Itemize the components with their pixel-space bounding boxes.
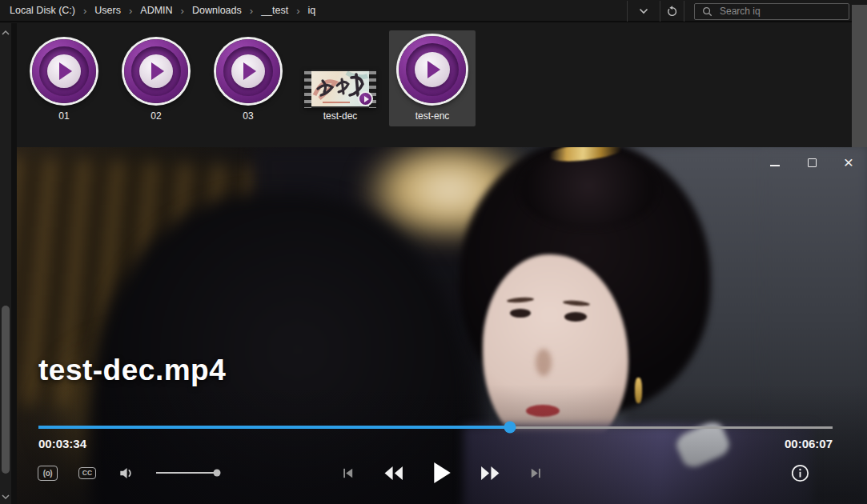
rewind-button[interactable] <box>383 466 403 481</box>
fast-forward-button[interactable] <box>480 466 500 481</box>
play-button[interactable] <box>432 462 452 484</box>
file-area-scrollbar[interactable] <box>852 5 867 148</box>
file-tile-test-enc[interactable]: test-enc <box>389 30 476 126</box>
breadcrumb-item-local-disk[interactable]: Local Disk (C:) <box>4 5 81 16</box>
file-tile-01[interactable]: 01 <box>21 30 107 126</box>
filmstrip-edge <box>304 70 311 108</box>
breadcrumb-separator-icon: › <box>81 5 89 17</box>
play-triangle-icon <box>364 96 369 102</box>
info-button[interactable] <box>790 463 810 483</box>
search-input[interactable]: Search iq <box>694 3 849 20</box>
file-label: 02 <box>151 110 161 122</box>
fullscreen-icon <box>831 466 836 470</box>
screen: Local Disk (C:) › Users › ADMIN › Downlo… <box>0 0 867 504</box>
breadcrumb-item-test[interactable]: __test <box>255 5 294 16</box>
scrollbar-thumb[interactable] <box>2 306 10 474</box>
minimize-button[interactable] <box>768 154 782 170</box>
video-thumbnail-icon <box>304 70 376 108</box>
eye <box>510 309 531 318</box>
elapsed-time: 00:03:34 <box>38 437 86 450</box>
play-badge-icon <box>358 91 373 106</box>
play-icon <box>432 462 452 484</box>
speaker-icon <box>117 464 135 482</box>
skip-previous-icon <box>341 466 355 480</box>
play-triangle-icon <box>151 62 164 80</box>
progress-fill <box>38 426 510 429</box>
close-button[interactable]: × <box>841 154 856 170</box>
explorer-address-bar: Local Disk (C:) › Users › ADMIN › Downlo… <box>0 0 867 22</box>
file-label: 03 <box>243 110 253 122</box>
play-triangle-icon <box>59 62 72 80</box>
search-placeholder: Search iq <box>720 6 761 17</box>
play-triangle-icon <box>243 62 256 80</box>
breadcrumb: Local Disk (C:) › Users › ADMIN › Downlo… <box>0 5 321 17</box>
skip-next-icon <box>529 466 543 480</box>
scroll-down-icon[interactable] <box>1 493 10 501</box>
file-tile-02[interactable]: 02 <box>113 30 199 126</box>
seek-thumb[interactable] <box>504 422 516 434</box>
cast-button[interactable]: (o) <box>38 466 58 481</box>
volume-button[interactable] <box>117 464 135 482</box>
breadcrumb-separator-icon: › <box>294 5 302 17</box>
pane-divider <box>11 23 17 504</box>
woman-hair-bun <box>520 150 657 229</box>
volume-slider[interactable] <box>156 469 220 477</box>
info-icon <box>790 463 810 483</box>
controls-shade <box>17 384 867 504</box>
address-bar-tools: Search iq <box>627 0 867 22</box>
breadcrumb-item-admin[interactable]: ADMIN <box>134 5 178 16</box>
breadcrumb-separator-icon: › <box>247 5 255 17</box>
magnifier-icon <box>702 6 712 17</box>
address-dropdown-button[interactable] <box>627 1 660 22</box>
fullscreen-icon-corner <box>831 476 836 481</box>
breadcrumb-item-iq[interactable]: iq <box>303 5 322 16</box>
video-player-window: × test-dec.mp4 00:03:34 00:06:07 (o) CC <box>17 147 867 504</box>
maximize-icon <box>808 158 817 167</box>
refresh-button[interactable] <box>660 1 684 22</box>
nose-shadow <box>536 349 552 376</box>
player-controls-right <box>790 462 846 483</box>
nav-pane-scrollbar[interactable] <box>0 23 11 504</box>
purple-play-orb-icon <box>216 39 280 103</box>
seek-bar[interactable] <box>38 426 833 429</box>
rewind-icon <box>383 466 403 481</box>
file-label: 01 <box>58 110 69 122</box>
file-label: test-dec <box>323 110 358 122</box>
eye <box>564 312 587 322</box>
file-label: test-enc <box>415 110 450 122</box>
play-triangle-icon <box>427 61 440 78</box>
purple-play-orb-icon <box>399 36 466 103</box>
volume-track <box>156 472 220 474</box>
breadcrumb-separator-icon: › <box>179 5 187 17</box>
minimize-icon <box>770 165 780 166</box>
chevron-down-icon <box>639 8 648 14</box>
video-frame[interactable] <box>17 147 867 504</box>
scroll-up-icon[interactable] <box>1 29 10 37</box>
fullscreen-button[interactable] <box>831 466 846 481</box>
breadcrumb-item-downloads[interactable]: Downloads <box>187 5 247 16</box>
maximize-button[interactable] <box>805 154 819 170</box>
player-controls-left: (o) CC <box>38 462 220 483</box>
fast-forward-icon <box>480 466 500 481</box>
close-icon: × <box>844 155 853 170</box>
refresh-icon <box>666 6 678 18</box>
skip-next-button[interactable] <box>529 466 543 480</box>
breadcrumb-separator-icon: › <box>126 5 134 17</box>
file-list: 01 02 03 <box>21 30 476 126</box>
fullscreen-icon-corner <box>841 476 846 481</box>
window-controls: × <box>768 154 856 171</box>
cc-icon: CC <box>82 469 92 477</box>
closed-captions-button[interactable]: CC <box>78 467 96 479</box>
cast-icon: (o) <box>43 469 52 478</box>
purple-play-orb-icon <box>124 39 188 103</box>
skip-previous-button[interactable] <box>341 466 355 480</box>
file-tile-03[interactable]: 03 <box>205 30 291 126</box>
fullscreen-icon-corner <box>841 466 846 470</box>
video-title: test-dec.mp4 <box>38 354 226 387</box>
transport-controls <box>341 461 543 485</box>
volume-thumb[interactable] <box>214 470 221 477</box>
total-time: 00:06:07 <box>785 437 833 450</box>
purple-play-orb-icon <box>32 39 96 103</box>
file-tile-test-dec[interactable]: test-dec <box>297 30 383 126</box>
breadcrumb-item-users[interactable]: Users <box>89 5 126 16</box>
